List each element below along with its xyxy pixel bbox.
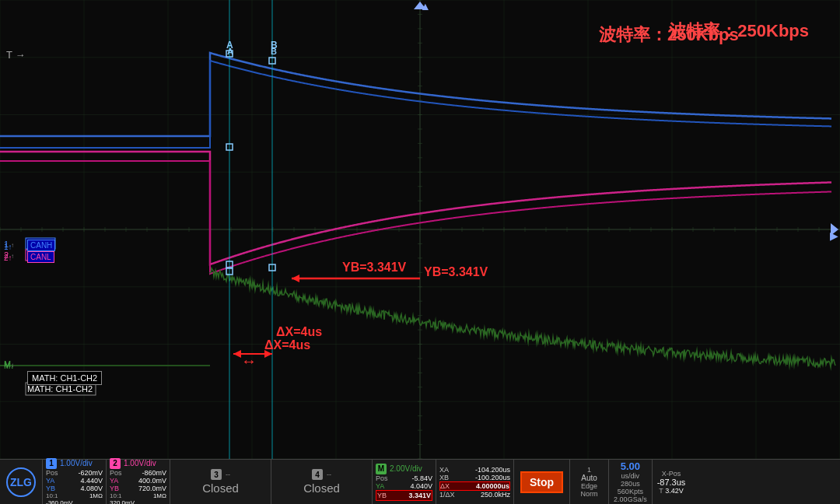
stop-button[interactable]: Stop (520, 471, 563, 493)
trigger-arrow: ▼ (420, 2, 431, 14)
zlg-logo: ZLG (0, 460, 43, 504)
stop-section: Stop (514, 460, 570, 504)
ch1-ratio: 10:1 (46, 492, 58, 499)
ch2-ya-label: YA (110, 477, 118, 485)
xb-val: -100.200us (475, 474, 510, 481)
cursor-b-label: B (271, 47, 277, 56)
ch2-extra: 320.0mV (110, 499, 135, 505)
math-number: M (376, 464, 387, 474)
right-edge-arrow: ▶ (830, 229, 838, 242)
timebase-block: 5.00 us/div 280us 560Kpts 2.00GSa/s (609, 460, 653, 504)
ch1-unit: 1MΩ (89, 492, 103, 499)
ch2-yb-val: 720.0mV (138, 485, 166, 492)
ch2-unit: 1MΩ (153, 492, 166, 499)
ch1-ya-label: YA (46, 477, 54, 485)
ch2-number: 2 (110, 458, 121, 469)
ch1-extra: -360.0mV (46, 499, 73, 505)
ch2-pos-label: Pos (110, 469, 122, 477)
math-div: 2.00V/div (390, 464, 422, 473)
math-block: M 2.00V/div Pos-5.84V YA4.040V YB 3.341V (373, 460, 436, 504)
xa-val: -104.200us (475, 466, 510, 474)
baud-rate-label: 波特率：250Kbps (669, 19, 809, 43)
xpos-val: -87.3us (657, 478, 686, 487)
math-yb-label: YB (377, 492, 387, 499)
cursor-a-label: A (227, 47, 233, 56)
ch1-indicator: 1↑ (4, 243, 12, 251)
xpos-block: X-Pos -87.3us T 3.42V (653, 460, 691, 504)
ch1-yb-label: YB (46, 485, 55, 492)
ch4-closed: Closed (303, 481, 340, 495)
ch1-pos-label: Pos (46, 469, 58, 477)
ch2-div: 1.00V/div (124, 459, 156, 467)
ax-label: ΔX (440, 482, 450, 490)
xpos-t-label: T (659, 487, 663, 495)
trigger-edge: Edge (581, 482, 597, 490)
math-ya-label: YA (376, 482, 384, 490)
ch1-block: 1 1.00V/div Pos-620mV YA4.440V YB4.080V … (43, 460, 107, 504)
ch1-yb-val: 4.080V (80, 485, 103, 492)
math-pos-val: -5.84V (411, 474, 432, 482)
ax-val: 4.00000us (476, 482, 509, 490)
canl-label: CANL (27, 251, 54, 263)
yb-annotation: YB=3.341V (342, 261, 406, 275)
math-yb-val: 3.341V (408, 492, 431, 499)
inv-dx-label: 1/ΔX (439, 491, 455, 499)
math-indicator: M↓ (4, 362, 14, 370)
timebase-srate: 2.00GSa/s (614, 495, 647, 503)
ch1-div: 1.00V/div (60, 459, 93, 467)
trigger-mode: Auto (581, 474, 597, 482)
xb-label: XB (439, 474, 449, 481)
ch1-pos-val: -620mV (78, 469, 103, 477)
math-pos-label: Pos (376, 474, 388, 482)
ch3-block: 3 -- Closed (170, 460, 271, 504)
ch4-block: 4 -- Closed (271, 460, 373, 504)
timebase-pts: 280us (621, 480, 640, 488)
ch3-closed: Closed (202, 481, 239, 495)
ch1-ya-val: 4.440V (80, 477, 103, 485)
trigger-norm: Norm (581, 490, 598, 498)
xa-label: XA (439, 466, 449, 474)
ch2-ratio: 10:1 (110, 492, 122, 499)
ch1-number: 1 (46, 458, 57, 469)
timebase-sa: 560Kpts (618, 488, 643, 495)
ch2-block: 2 1.00V/div Pos-860mV YA400.0mV YB720.0m… (107, 460, 170, 504)
ch3-div: -- (226, 471, 230, 478)
measurement-block: XA-104.200us XB-100.200us ΔX 4.00000us 1… (436, 460, 514, 504)
ch2-pos-val: -860mV (142, 469, 166, 477)
trigger-block: 1 Auto Edge Norm (570, 460, 609, 504)
math-ya-val: 4.040V (410, 482, 432, 490)
oscilloscope-screen: 波特率：250Kbps CANH CANL 1↑ 2↑ M↓ MATH: CH1… (0, 0, 840, 459)
ch2-indicator: 2↑ (4, 254, 12, 262)
timebase-unit: us/div (621, 472, 640, 480)
ch4-number: 4 (312, 469, 323, 480)
ch2-ya-val: 400.0mV (138, 477, 166, 485)
canh-label: CANH (27, 240, 55, 251)
timebase-val: 5.00 (621, 460, 640, 472)
inv-dx-val: 250.0kHz (481, 491, 510, 499)
status-bar: ZLG 1 1.00V/div Pos-620mV YA4.440V YB4.0… (0, 459, 840, 504)
dx-arrow: ↔ (241, 352, 257, 370)
xpos-label: X-Pos (662, 470, 681, 478)
dx-annotation: ΔX=4us (264, 338, 310, 352)
svg-text:ZLG: ZLG (10, 476, 32, 488)
ch2-yb-label: YB (110, 485, 119, 492)
math-box-label: MATH: CH1-CH2 (27, 371, 102, 385)
ch4-div: -- (327, 471, 331, 478)
ch3-number: 3 (211, 469, 222, 480)
xpos-t-val: 3.42V (665, 487, 684, 495)
